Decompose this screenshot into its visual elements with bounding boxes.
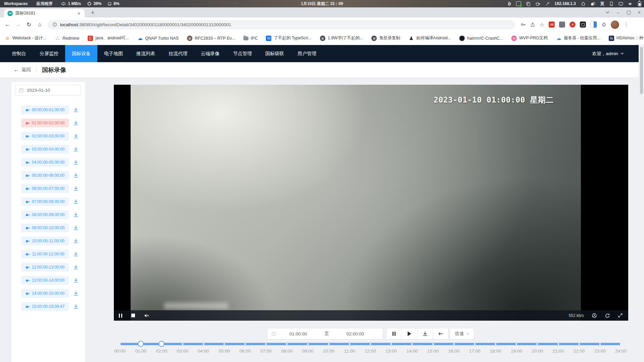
user-menu[interactable]: 欢迎，admin bbox=[592, 45, 624, 62]
bing-tray-icon[interactable]: b bbox=[508, 1, 511, 6]
download-recording-icon[interactable] bbox=[73, 173, 79, 178]
recording-segment-button[interactable]: 01:00:00-02:00:00 bbox=[21, 119, 69, 127]
extension-red-circle-icon[interactable]: × bbox=[569, 22, 576, 28]
nav-item[interactable]: 控制台 bbox=[5, 45, 33, 62]
ip-address[interactable]: 192.168.1.3 bbox=[555, 1, 576, 6]
bookmark-item[interactable]: ⊕1.8W字|了不起的... bbox=[320, 35, 363, 41]
password-key-icon[interactable] bbox=[520, 22, 526, 27]
bookmark-item[interactable]: ☁服务器 - 轻量应用... bbox=[556, 35, 600, 41]
download-recording-icon[interactable] bbox=[73, 212, 79, 217]
download-recording-icon[interactable] bbox=[73, 225, 79, 231]
home-tray-icon[interactable] bbox=[581, 2, 586, 6]
extension-black-icon[interactable] bbox=[580, 22, 586, 28]
recording-segment-button[interactable]: 02:00:00-03:00:00 bbox=[21, 132, 69, 140]
bookmark-item[interactable]: 知了不起的 TypeScri... bbox=[266, 35, 312, 41]
input-method-indicator[interactable]: 英 bbox=[600, 1, 604, 7]
recording-segment-button[interactable]: 10:00:00-11:00:00 bbox=[21, 237, 69, 245]
download-recording-icon[interactable] bbox=[73, 120, 79, 126]
bookmark-item[interactable]: hairrrrr/C-CrashC... bbox=[459, 36, 503, 41]
window-restore-button[interactable] bbox=[627, 11, 631, 14]
share-icon[interactable] bbox=[530, 22, 535, 27]
extensions-puzzle-icon[interactable] bbox=[601, 22, 606, 27]
screenshot-app-tray-icon[interactable] bbox=[516, 1, 521, 6]
seek-back-button[interactable] bbox=[433, 328, 448, 339]
recording-segment-button[interactable]: 14:00:00-15:00:00 bbox=[21, 289, 69, 298]
recording-segment-button[interactable]: 11:00:00-12:00:00 bbox=[21, 250, 69, 258]
bookmark-item[interactable]: ☁QNAP Turbo NAS bbox=[137, 36, 179, 41]
start-time-value[interactable]: 01:00:00 bbox=[276, 331, 320, 336]
nav-item[interactable]: 国标设备 bbox=[65, 45, 97, 62]
download-recording-icon[interactable] bbox=[73, 186, 79, 191]
download-recording-icon[interactable] bbox=[73, 265, 79, 270]
video-player[interactable]: 2023-01-10 01:00:00 星期二 552 kb/s bbox=[114, 85, 628, 321]
extension-gray-icon[interactable] bbox=[559, 22, 565, 28]
page-scrollbar-thumb[interactable] bbox=[640, 47, 643, 94]
bookmark-item[interactable]: ♟如何编译Android... bbox=[409, 35, 451, 41]
bookmark-item[interactable]: ⊕免登录复制 bbox=[371, 35, 400, 41]
download-recording-icon[interactable] bbox=[73, 199, 79, 204]
recording-segment-button[interactable]: 08:00:00-09:00:00 bbox=[21, 210, 69, 219]
tab-close-icon[interactable]: × bbox=[77, 11, 81, 16]
download-recording-icon[interactable] bbox=[73, 107, 79, 113]
recording-segment-button[interactable]: 15:00:00-15:09:47 bbox=[21, 302, 69, 311]
profile-avatar[interactable] bbox=[611, 21, 619, 29]
clock[interactable]: 1月10日 星期二 15：09 bbox=[301, 1, 343, 7]
display-icon[interactable] bbox=[618, 2, 623, 6]
windows-tray-icon[interactable] bbox=[591, 2, 595, 6]
timeline-handle[interactable] bbox=[158, 341, 165, 347]
nav-item[interactable]: 电子地图 bbox=[97, 45, 130, 62]
player-mute-icon[interactable] bbox=[144, 313, 149, 318]
download-recording-icon[interactable] bbox=[73, 304, 79, 309]
nav-item[interactable]: 节点管理 bbox=[226, 45, 259, 62]
extension-js-icon[interactable]: JS bbox=[549, 22, 555, 28]
recording-segment-button[interactable]: 06:00:00-07:00:00 bbox=[21, 184, 69, 193]
download-recording-icon[interactable] bbox=[73, 291, 79, 296]
phone-link-icon[interactable] bbox=[609, 1, 613, 6]
player-fullscreen-icon[interactable] bbox=[618, 313, 623, 318]
recording-segment-button[interactable]: 00:00:00-01:00:00 bbox=[21, 106, 69, 114]
applications-button[interactable]: 应用程序 bbox=[36, 1, 52, 7]
bookmark-item[interactable]: ∴Redmine bbox=[55, 36, 79, 41]
volume-icon[interactable] bbox=[628, 2, 633, 6]
timeline-handle[interactable] bbox=[138, 341, 144, 347]
new-tab-button[interactable]: + bbox=[89, 9, 97, 17]
bookmark-star-icon[interactable]: ☆ bbox=[540, 22, 544, 28]
player-pause-icon[interactable] bbox=[119, 314, 122, 318]
bookmark-item[interactable]: IPC bbox=[243, 36, 258, 41]
recording-segment-button[interactable]: 07:00:00-08:00:00 bbox=[21, 197, 69, 206]
window-close-button[interactable]: × bbox=[638, 10, 641, 15]
recording-segment-button[interactable]: 09:00:00-10:00:00 bbox=[21, 224, 69, 232]
bookmark-item[interactable]: ≋Webstack - 设计... bbox=[5, 35, 46, 41]
play-button[interactable] bbox=[402, 328, 417, 339]
coffee-tray-icon[interactable] bbox=[536, 2, 540, 6]
bookmark-item[interactable]: WWVP-PRO文档 bbox=[511, 35, 548, 41]
bookmark-item[interactable]: ⊕RFC2833 – RTP Ev... bbox=[187, 36, 235, 41]
extension-split-icon[interactable] bbox=[590, 21, 597, 28]
workspaces-button[interactable]: Workspaces bbox=[4, 1, 28, 6]
battery-icon[interactable] bbox=[638, 1, 641, 6]
recording-segment-button[interactable]: 05:00:00-06:00:00 bbox=[21, 171, 69, 180]
tab-search-chevron-icon[interactable] bbox=[606, 11, 609, 14]
download-recording-icon[interactable] bbox=[73, 251, 79, 257]
nav-item[interactable]: 国标级联 bbox=[259, 45, 291, 62]
recording-segment-button[interactable]: 13:00:00-14:00:00 bbox=[21, 276, 69, 285]
browser-tab[interactable]: 国标28181 × bbox=[4, 9, 85, 17]
clipboard-tray-icon[interactable] bbox=[526, 2, 531, 6]
time-range-input[interactable]: 01:00:00 至 02:00:00 bbox=[267, 328, 383, 339]
page-scrollbar-track[interactable] bbox=[639, 45, 644, 362]
download-recording-icon[interactable] bbox=[73, 238, 79, 244]
nav-item[interactable]: 用户管理 bbox=[291, 45, 323, 62]
download-recording-icon[interactable] bbox=[73, 147, 79, 152]
pause-button[interactable] bbox=[386, 328, 402, 339]
back-button[interactable]: ← 返回 bbox=[13, 67, 31, 73]
player-settings-icon[interactable] bbox=[592, 313, 597, 318]
nav-item[interactable]: 云端录像 bbox=[194, 45, 226, 62]
color-picker-tray-icon[interactable] bbox=[545, 2, 550, 6]
nav-item[interactable]: 推流列表 bbox=[130, 45, 162, 62]
window-minimize-button[interactable]: – bbox=[617, 10, 619, 15]
browser-home-button[interactable]: ⌂ bbox=[34, 22, 45, 28]
player-stop-icon[interactable] bbox=[131, 314, 135, 317]
end-time-value[interactable]: 02:00:00 bbox=[333, 331, 377, 336]
recording-segment-button[interactable]: 12:00:00-13:00:00 bbox=[21, 263, 69, 272]
download-recording-icon[interactable] bbox=[73, 133, 79, 139]
